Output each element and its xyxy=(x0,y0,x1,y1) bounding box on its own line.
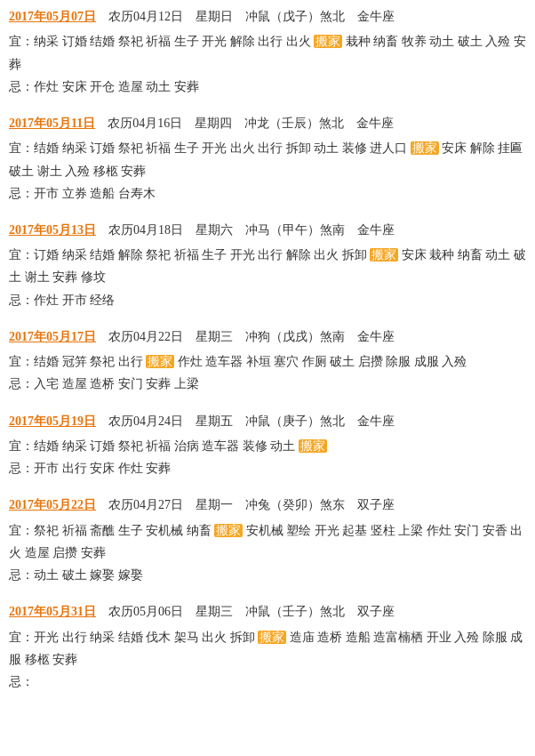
yi-highlight: 搬家 xyxy=(314,35,342,48)
yi-highlight: 搬家 xyxy=(258,631,286,644)
entry-body: 宜：订婚 纳采 结婚 解除 祭祀 祈福 生子 开光 出行 解除 出火 拆卸 搬家… xyxy=(9,244,526,311)
ji-line: 忌：动土 破土 嫁娶 嫁娶 xyxy=(9,564,526,586)
entry-info: 农历04月16日 星期四 冲龙（壬辰）煞北 金牛座 xyxy=(95,117,394,130)
entry-date[interactable]: 2017年05月31日 xyxy=(9,605,96,618)
yi-line: 宜：订婚 纳采 结婚 解除 祭祀 祈福 生子 开光 出行 解除 出火 拆卸 搬家… xyxy=(9,244,526,288)
yi-highlight: 搬家 xyxy=(214,524,243,537)
calendar-entry: 2017年05月17日 农历04月22日 星期三 冲狗（戊戌）煞南 金牛座宜：结… xyxy=(9,327,526,396)
ji-line: 忌：开市 立券 造船 台寿木 xyxy=(9,182,526,205)
calendar-entry: 2017年05月19日 农历04月24日 星期五 冲鼠（庚子）煞北 金牛座宜：结… xyxy=(9,412,526,480)
entry-header: 2017年05月22日 农历04月27日 星期一 冲兔（癸卯）煞东 双子座 xyxy=(9,495,526,515)
entry-info: 农历04月27日 星期一 冲兔（癸卯）煞东 双子座 xyxy=(96,498,395,511)
ji-text: 动土 破土 嫁娶 嫁娶 xyxy=(34,568,143,582)
yi-label: 宜： xyxy=(9,35,34,48)
ji-line: 忌：入宅 造屋 造桥 安门 安葬 上梁 xyxy=(9,373,526,395)
yi-label: 宜： xyxy=(9,248,34,261)
yi-highlight: 搬家 xyxy=(146,355,174,368)
ji-text: 入宅 造屋 造桥 安门 安葬 上梁 xyxy=(34,377,199,390)
yi-text-before: 祭祀 祈福 斋醮 生子 安机械 纳畜 xyxy=(34,524,214,537)
yi-label: 宜： xyxy=(9,524,34,537)
entry-info: 农历04月12日 星期日 冲鼠（戊子）煞北 金牛座 xyxy=(96,10,395,23)
ji-label: 忌： xyxy=(9,294,34,307)
yi-label: 宜： xyxy=(9,355,34,368)
entry-info: 农历05月06日 星期三 冲鼠（壬子）煞北 双子座 xyxy=(96,605,395,618)
yi-highlight: 搬家 xyxy=(299,439,327,453)
ji-line: 忌：作灶 开市 经络 xyxy=(9,289,526,311)
entry-info: 农历04月24日 星期五 冲鼠（庚子）煞北 金牛座 xyxy=(96,414,395,428)
yi-line: 宜：纳采 订婚 结婚 祭祀 祈福 生子 开光 解除 出行 出火 搬家 栽种 纳畜… xyxy=(9,30,526,75)
yi-line: 宜：开光 出行 纳采 结婚 伐木 架马 出火 拆卸 搬家 造庙 造桥 造船 造富… xyxy=(9,626,526,671)
calendar-entry: 2017年05月31日 农历05月06日 星期三 冲鼠（壬子）煞北 双子座宜：开… xyxy=(9,602,526,693)
yi-text-before: 纳采 订婚 结婚 祭祀 祈福 生子 开光 解除 出行 出火 xyxy=(34,35,314,48)
ji-label: 忌： xyxy=(9,568,34,582)
yi-text-after: 作灶 造车器 补垣 塞穴 作厕 破土 启攒 除服 成服 入殓 xyxy=(174,355,467,368)
yi-text-before: 结婚 纳采 订婚 祭祀 祈福 生子 开光 出火 出行 拆卸 动土 装修 进人口 xyxy=(34,141,411,155)
entry-date[interactable]: 2017年05月07日 xyxy=(9,10,96,23)
ji-line: 忌： xyxy=(9,671,526,693)
entry-body: 宜：结婚 冠笄 祭祀 出行 搬家 作灶 造车器 补垣 塞穴 作厕 破土 启攒 除… xyxy=(9,350,526,395)
entry-header: 2017年05月31日 农历05月06日 星期三 冲鼠（壬子）煞北 双子座 xyxy=(9,602,526,622)
calendar-entry: 2017年05月11日 农历04月16日 星期四 冲龙（壬辰）煞北 金牛座宜：结… xyxy=(9,114,526,205)
yi-line: 宜：祭祀 祈福 斋醮 生子 安机械 纳畜 搬家 安机械 塑绘 开光 起基 竖柱 … xyxy=(9,519,526,564)
ji-text: 作灶 安床 开仓 造屋 动土 安葬 xyxy=(34,80,199,93)
yi-line: 宜：结婚 纳采 订婚 祭祀 祈福 治病 造车器 装修 动土 搬家 xyxy=(9,435,526,457)
yi-highlight: 搬家 xyxy=(411,141,439,155)
entry-date[interactable]: 2017年05月22日 xyxy=(9,498,96,511)
calendar-entry: 2017年05月22日 农历04月27日 星期一 冲兔（癸卯）煞东 双子座宜：祭… xyxy=(9,495,526,586)
calendar-entry: 2017年05月07日 农历04月12日 星期日 冲鼠（戊子）煞北 金牛座宜：纳… xyxy=(9,7,526,98)
ji-text: 开市 出行 安床 作灶 安葬 xyxy=(34,462,171,475)
entry-header: 2017年05月17日 农历04月22日 星期三 冲狗（戊戌）煞南 金牛座 xyxy=(9,327,526,347)
entry-header: 2017年05月19日 农历04月24日 星期五 冲鼠（庚子）煞北 金牛座 xyxy=(9,412,526,431)
entry-info: 农历04月18日 星期六 冲马（甲午）煞南 金牛座 xyxy=(96,223,395,237)
ji-label: 忌： xyxy=(9,675,34,688)
yi-text-before: 结婚 冠笄 祭祀 出行 xyxy=(34,355,146,368)
yi-label: 宜： xyxy=(9,141,34,155)
entry-header: 2017年05月07日 农历04月12日 星期日 冲鼠（戊子）煞北 金牛座 xyxy=(9,7,526,27)
entry-info: 农历04月22日 星期三 冲狗（戊戌）煞南 金牛座 xyxy=(96,330,395,343)
entry-date[interactable]: 2017年05月13日 xyxy=(9,223,96,237)
ji-text: 开市 立券 造船 台寿木 xyxy=(34,187,156,200)
entry-body: 宜：祭祀 祈福 斋醮 生子 安机械 纳畜 搬家 安机械 塑绘 开光 起基 竖柱 … xyxy=(9,519,526,587)
entry-body: 宜：结婚 纳采 订婚 祭祀 祈福 治病 造车器 装修 动土 搬家忌：开市 出行 … xyxy=(9,435,526,479)
ji-label: 忌： xyxy=(9,462,34,475)
ji-text: 作灶 开市 经络 xyxy=(34,294,115,307)
yi-text-before: 订婚 纳采 结婚 解除 祭祀 祈福 生子 开光 出行 解除 出火 拆卸 xyxy=(34,248,370,261)
entry-date[interactable]: 2017年05月19日 xyxy=(9,414,96,428)
yi-highlight: 搬家 xyxy=(370,248,398,261)
entry-body: 宜：纳采 订婚 结婚 祭祀 祈福 生子 开光 解除 出行 出火 搬家 栽种 纳畜… xyxy=(9,30,526,98)
yi-label: 宜： xyxy=(9,631,34,644)
yi-text-before: 开光 出行 纳采 结婚 伐木 架马 出火 拆卸 xyxy=(34,631,258,644)
yi-text-before: 结婚 纳采 订婚 祭祀 祈福 治病 造车器 装修 动土 xyxy=(34,439,299,453)
entry-body: 宜：开光 出行 纳采 结婚 伐木 架马 出火 拆卸 搬家 造庙 造桥 造船 造富… xyxy=(9,626,526,694)
ji-label: 忌： xyxy=(9,80,34,93)
yi-label: 宜： xyxy=(9,439,34,453)
yi-line: 宜：结婚 纳采 订婚 祭祀 祈福 生子 开光 出火 出行 拆卸 动土 装修 进人… xyxy=(9,137,526,181)
yi-line: 宜：结婚 冠笄 祭祀 出行 搬家 作灶 造车器 补垣 塞穴 作厕 破土 启攒 除… xyxy=(9,350,526,373)
ji-line: 忌：作灶 安床 开仓 造屋 动土 安葬 xyxy=(9,76,526,98)
entry-body: 宜：结婚 纳采 订婚 祭祀 祈福 生子 开光 出火 出行 拆卸 动土 装修 进人… xyxy=(9,137,526,205)
entry-header: 2017年05月11日 农历04月16日 星期四 冲龙（壬辰）煞北 金牛座 xyxy=(9,114,526,133)
entry-header: 2017年05月13日 农历04月18日 星期六 冲马（甲午）煞南 金牛座 xyxy=(9,221,526,240)
entry-date[interactable]: 2017年05月17日 xyxy=(9,330,96,343)
ji-label: 忌： xyxy=(9,187,34,200)
ji-line: 忌：开市 出行 安床 作灶 安葬 xyxy=(9,457,526,479)
ji-label: 忌： xyxy=(9,377,34,390)
calendar-entry: 2017年05月13日 农历04月18日 星期六 冲马（甲午）煞南 金牛座宜：订… xyxy=(9,221,526,311)
entry-date[interactable]: 2017年05月11日 xyxy=(9,117,95,130)
